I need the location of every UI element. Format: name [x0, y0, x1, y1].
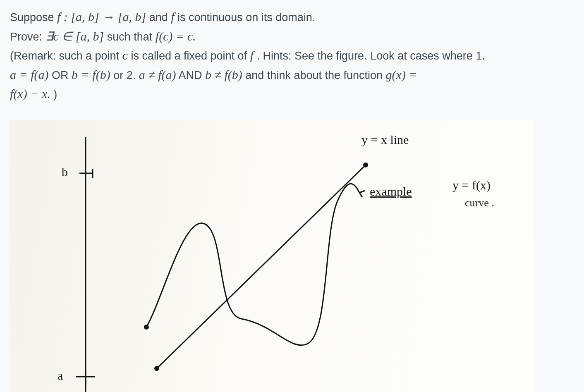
text: Prove: [10, 31, 45, 43]
math-expr: c [122, 48, 128, 62]
text: (Remark: such a point [10, 50, 122, 62]
problem-statement: Suppose f : [a, b] → [a, b] and f is con… [10, 7, 574, 104]
problem-line-3: (Remark: such a point c is called a fixe… [10, 46, 574, 65]
text: and think about the function [245, 69, 385, 81]
figure-panel: b a y = x line example y = f(x) curve . [10, 120, 534, 392]
curve-arrowhead [359, 191, 365, 197]
math-expr: f : [a, b] → [a, b] [57, 10, 146, 24]
text: or 2. [113, 69, 139, 81]
page-root: Suppose f : [a, b] → [a, b] and f is con… [0, 0, 584, 392]
label-yx-line: y = x line [361, 133, 409, 147]
text: such that [107, 31, 156, 43]
identity-line-end-dot [363, 163, 368, 167]
axis-label-a: a [57, 368, 63, 382]
math-expr: a ≠ f(a) [139, 68, 176, 81]
text: OR [52, 69, 72, 81]
label-yfx: y = f(x) [452, 178, 491, 192]
problem-line-4: a = f(a) OR b = f(b) or 2. a ≠ f(a) AND … [10, 65, 574, 85]
math-expr: f(x) − x. [10, 87, 50, 100]
text: AND [179, 69, 206, 81]
math-expr: b = f(b) [72, 68, 110, 81]
math-expr: f [250, 48, 254, 62]
figure-svg [10, 120, 534, 392]
math-expr: g(x) = [386, 68, 417, 81]
axis-label-b: b [62, 165, 68, 179]
label-curve: curve . [465, 197, 494, 209]
math-expr: b ≠ f(b) [205, 68, 242, 81]
curve-start-dot [144, 325, 149, 330]
text: is continuous on its domain. [177, 11, 315, 24]
math-expr: ∃c ∈ [a, b] [45, 29, 104, 43]
identity-line-start-dot [154, 366, 159, 371]
text: is called a fixed point of [131, 50, 250, 62]
text: Suppose [10, 11, 57, 24]
identity-line [157, 165, 366, 368]
example-curve [146, 184, 359, 345]
text: . Hints: See the figure. Look at cases w… [256, 50, 485, 62]
problem-line-2: Prove: ∃c ∈ [a, b] such that f(c) = c. [10, 27, 574, 46]
problem-line-5: f(x) − x. ) [10, 84, 574, 104]
math-expr: f [171, 10, 174, 24]
math-expr: a = f(a) [10, 68, 49, 81]
problem-line-1: Suppose f : [a, b] → [a, b] and f is con… [10, 7, 574, 27]
text: and [149, 11, 171, 24]
label-example: example [370, 184, 412, 198]
text: ) [53, 88, 57, 100]
math-expr: f(c) = c. [156, 29, 196, 43]
